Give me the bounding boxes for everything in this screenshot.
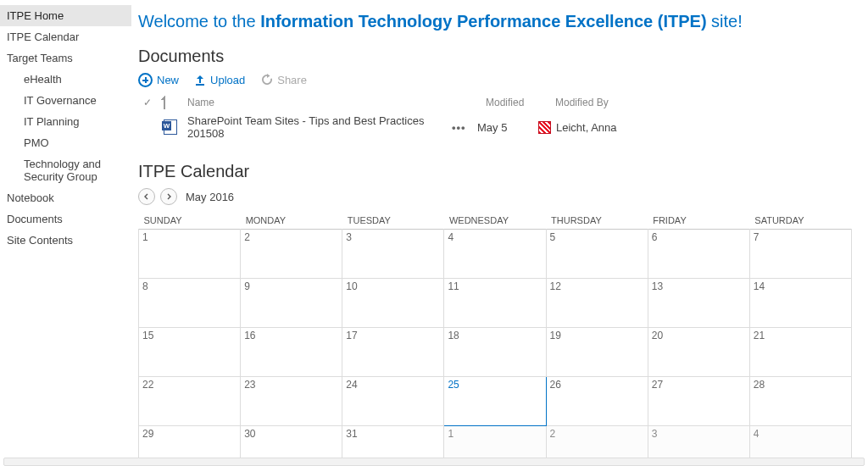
calendar-cell[interactable]: 22 [139, 377, 241, 426]
calendar-cell[interactable]: 8 [139, 279, 241, 328]
calendar-day-header: SATURDAY [749, 212, 851, 230]
calendar-cell[interactable]: 6 [648, 230, 749, 279]
calendar-cell[interactable]: 20 [648, 328, 749, 377]
calendar-cell[interactable]: 7 [749, 230, 851, 279]
nav-site-contents[interactable]: Site Contents [0, 230, 131, 251]
quick-launch-nav: ITPE Home ITPE Calendar Target Teams eHe… [0, 0, 131, 466]
documents-header-row: ✓ Name Modified Modified By [138, 94, 868, 111]
welcome-prefix: Welcome to the [138, 12, 260, 31]
arrow-left-icon [143, 193, 150, 200]
welcome-suffix: site! [707, 12, 743, 31]
share-icon [260, 74, 273, 86]
calendar-cell[interactable]: 14 [749, 279, 851, 328]
calendar-next-button[interactable] [160, 188, 177, 205]
nav-it-planning[interactable]: IT Planning [0, 111, 131, 132]
upload-button[interactable]: Upload [194, 74, 245, 86]
calendar-cell[interactable]: 13 [648, 279, 749, 328]
new-document-button[interactable]: New [138, 73, 179, 87]
calendar-day-header: FRIDAY [648, 212, 749, 230]
calendar-cell[interactable]: 28 [749, 377, 851, 426]
calendar-cell[interactable]: 5 [546, 230, 648, 279]
calendar-day-header: THURSDAY [546, 212, 648, 230]
nav-tech-security[interactable]: Technology and Security Group [0, 153, 131, 187]
document-modified: May 5 [477, 121, 528, 134]
calendar-cell[interactable]: 23 [241, 377, 342, 426]
calendar-cell[interactable]: 15 [139, 328, 241, 377]
calendar-title: ITPE Calendar [138, 162, 868, 181]
modified-by-name: Leicht, Anna [556, 121, 617, 134]
calendar-day-header: MONDAY [241, 212, 342, 230]
main-content: Welcome to the Information Technology Pe… [131, 0, 868, 466]
type-column-icon [164, 97, 177, 108]
calendar-day-header: SUNDAY [139, 212, 241, 230]
calendar-cell[interactable]: 12 [546, 279, 648, 328]
nav-itpe-home[interactable]: ITPE Home [0, 5, 131, 26]
nav-pmo[interactable]: PMO [0, 132, 131, 153]
select-all-check-icon[interactable]: ✓ [143, 97, 153, 108]
modified-column-header[interactable]: Modified [486, 97, 545, 108]
calendar-cell[interactable]: 21 [749, 328, 851, 377]
svg-rect-0 [196, 84, 204, 86]
nav-notebook[interactable]: Notebook [0, 187, 131, 208]
calendar-section: ITPE Calendar May 2016 SUNDAYMONDAYTUESD… [138, 162, 868, 466]
calendar-cell[interactable]: 19 [546, 328, 648, 377]
calendar-cell[interactable]: 1 [139, 230, 241, 279]
name-column-header[interactable]: Name [187, 97, 442, 108]
calendar-cell[interactable]: 2 [241, 230, 342, 279]
calendar-grid: SUNDAYMONDAYTUESDAYWEDNESDAYTHURSDAYFRID… [138, 212, 852, 466]
share-label: Share [277, 74, 307, 86]
calendar-cell[interactable]: 9 [241, 279, 342, 328]
calendar-cell[interactable]: 26 [546, 377, 648, 426]
nav-itpe-calendar[interactable]: ITPE Calendar [0, 26, 131, 47]
document-name[interactable]: SharePoint Team Sites - Tips and Best Pr… [187, 114, 442, 140]
documents-toolbar: New Upload Share [138, 73, 868, 87]
nav-target-teams[interactable]: Target Teams [0, 47, 131, 69]
plus-circle-icon [138, 73, 153, 87]
calendar-day-header: TUESDAY [342, 212, 444, 230]
user-presence-icon [538, 121, 551, 134]
calendar-cell[interactable]: 27 [648, 377, 749, 426]
calendar-cell[interactable]: 4 [444, 230, 546, 279]
calendar-month-label: May 2016 [186, 191, 234, 203]
calendar-cell[interactable]: 17 [342, 328, 444, 377]
horizontal-scrollbar[interactable] [3, 458, 865, 466]
calendar-cell-today[interactable]: 25 [444, 377, 546, 426]
calendar-cell[interactable]: 24 [342, 377, 444, 426]
documents-title: Documents [138, 47, 868, 66]
calendar-prev-button[interactable] [138, 188, 155, 205]
upload-icon [194, 75, 206, 86]
calendar-nav: May 2016 [138, 188, 868, 205]
document-modified-by[interactable]: Leicht, Anna [538, 121, 617, 134]
calendar-cell[interactable]: 11 [444, 279, 546, 328]
calendar-cell[interactable]: 18 [444, 328, 546, 377]
arrow-right-icon [165, 193, 172, 200]
new-label: New [157, 74, 179, 86]
calendar-cell[interactable]: 10 [342, 279, 444, 328]
document-row[interactable]: SharePoint Team Sites - Tips and Best Pr… [138, 111, 868, 143]
nav-ehealth[interactable]: eHealth [0, 69, 131, 90]
row-ellipsis-menu[interactable]: ••• [452, 121, 467, 134]
share-button[interactable]: Share [260, 74, 307, 86]
nav-it-governance[interactable]: IT Governance [0, 90, 131, 111]
welcome-bold: Information Technology Performance Excel… [260, 12, 706, 31]
word-doc-icon [164, 119, 177, 135]
calendar-day-header: WEDNESDAY [444, 212, 546, 230]
calendar-cell[interactable]: 3 [342, 230, 444, 279]
upload-label: Upload [210, 74, 245, 86]
modifiedby-column-header[interactable]: Modified By [555, 97, 657, 108]
calendar-cell[interactable]: 16 [241, 328, 342, 377]
nav-documents[interactable]: Documents [0, 208, 131, 230]
welcome-heading: Welcome to the Information Technology Pe… [138, 12, 868, 31]
